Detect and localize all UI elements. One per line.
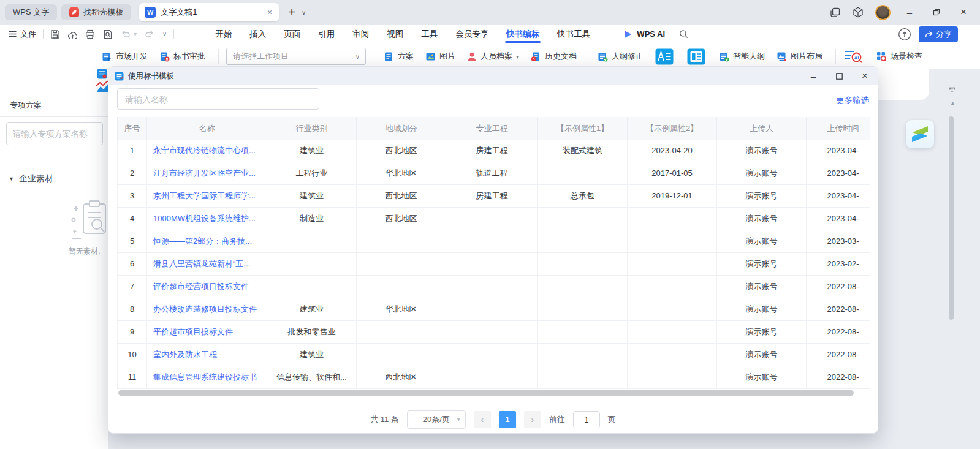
ai-check-button[interactable]: AI xyxy=(843,48,862,64)
tab-reference[interactable]: 引用 xyxy=(318,25,335,43)
minimize-button[interactable]: – xyxy=(902,7,917,18)
tab-bid-editor[interactable]: 快书编标 xyxy=(506,25,539,43)
template-name-link[interactable]: 永宁市现代冷链物流中心项... xyxy=(147,140,267,162)
smart-outline-button[interactable]: 智能大纲 xyxy=(719,51,765,62)
table-cell: 10 xyxy=(118,344,147,366)
page-size-select[interactable]: 20条/页 ▾ xyxy=(407,410,466,429)
table-row[interactable]: 5恒源——第2部分：商务技...演示账号2023-03- xyxy=(117,230,870,253)
template-name-link[interactable]: 滑县八里营镇龙苑新村“五... xyxy=(147,253,267,275)
tab-member[interactable]: 会员专享 xyxy=(455,25,488,43)
app-home-tab[interactable]: WPS 文字 xyxy=(5,4,57,20)
docer-template-tab[interactable]: 找稻壳模板 xyxy=(61,4,131,20)
template-name-link[interactable]: 评价超市经营项目投标文件 xyxy=(147,276,267,298)
dialog-titlebar[interactable]: 使用标书模板 – × xyxy=(108,67,878,85)
widgets-cube-icon[interactable] xyxy=(852,6,864,18)
template-name-link[interactable]: 办公楼改造装修项目投标文件 xyxy=(147,298,267,320)
upload-cloud-icon[interactable] xyxy=(898,28,911,41)
table-row[interactable]: 11集成信息管理系统建设投标书信息传输、软件和...西北地区演示账号2022-0… xyxy=(117,366,870,389)
share-button[interactable]: 分享 xyxy=(919,26,958,42)
bid-check-icon[interactable] xyxy=(97,69,107,81)
tab-close-icon[interactable]: × xyxy=(266,7,273,17)
template-name-link[interactable]: 江舟市经济开发区临空产业... xyxy=(147,162,267,184)
tab-tools[interactable]: 工具 xyxy=(421,25,438,43)
dialog-maximize-button[interactable] xyxy=(826,67,852,85)
undo-icon[interactable] xyxy=(121,30,131,38)
undo-caret-icon[interactable]: ▾ xyxy=(134,31,137,37)
horizontal-scrollbar-thumb[interactable] xyxy=(118,390,854,396)
image-layout-button[interactable]: 图片布局 xyxy=(777,51,822,62)
tab-start[interactable]: 开始 xyxy=(215,25,232,43)
wps-ai-label[interactable]: WPS AI xyxy=(637,29,665,39)
new-tab-button[interactable]: + xyxy=(288,6,295,18)
table-cell xyxy=(267,276,357,298)
table-row[interactable]: 6滑县八里营镇龙苑新村“五...演示账号2023-02- xyxy=(117,253,870,276)
personnel-button[interactable]: 人员档案 ▾ xyxy=(467,51,519,62)
dialog-close-button[interactable]: × xyxy=(852,67,878,85)
template-name-link[interactable]: 平价超市项目投标文件 xyxy=(147,321,267,343)
window-layers-icon[interactable] xyxy=(829,7,841,18)
file-button[interactable]: 文件 xyxy=(9,29,36,40)
tab-insert[interactable]: 插入 xyxy=(249,25,266,43)
export-icon[interactable] xyxy=(68,29,77,39)
prev-page-button[interactable]: ‹ xyxy=(474,411,491,428)
restore-button[interactable] xyxy=(929,7,944,18)
table-cell: 演示账号 xyxy=(717,321,807,343)
template-name-link[interactable]: 集成信息管理系统建设投标书 xyxy=(147,366,267,388)
dialog-minimize-button[interactable]: – xyxy=(800,67,826,85)
close-button[interactable]: × xyxy=(955,6,971,18)
layout-large-button[interactable] xyxy=(687,48,705,65)
scroll-up-icon[interactable]: ▲ xyxy=(950,100,955,106)
template-name-link[interactable]: 1000MW机组设备系统维护... xyxy=(147,208,267,230)
document-tab[interactable]: W 文字文稿1 × xyxy=(139,3,279,21)
goto-page-input[interactable] xyxy=(573,411,600,428)
tab-view[interactable]: 视图 xyxy=(387,25,403,43)
print-preview-icon[interactable] xyxy=(103,29,113,39)
template-name-search-input[interactable] xyxy=(117,88,319,110)
more-filters-link[interactable]: 更多筛选 xyxy=(836,95,869,106)
template-name-link[interactable]: 室内外及防水工程 xyxy=(147,344,267,366)
save-icon[interactable] xyxy=(50,29,60,39)
quickbar-chevron-icon[interactable]: ∨ xyxy=(162,31,167,37)
table-row[interactable]: 2江舟市经济开发区临空产业...工程行业华北地区轨道工程2017-01-05演示… xyxy=(117,162,870,185)
ruler-toggle-icon[interactable] xyxy=(948,85,956,96)
styles-large-button[interactable] xyxy=(655,48,674,65)
table-cell xyxy=(628,208,717,230)
table-row[interactable]: 7评价超市经营项目投标文件演示账号2022-08- xyxy=(117,276,870,298)
avatar[interactable] xyxy=(875,5,891,20)
redo-icon[interactable] xyxy=(145,30,154,38)
styles-large-icon xyxy=(655,48,674,65)
table-row[interactable]: 1永宁市现代冷链物流中心项...建筑业西北地区房建工程装配式建筑2023-04-… xyxy=(117,140,870,162)
project-select[interactable]: 请选择工作项目 ∨ xyxy=(226,48,366,65)
table-row[interactable]: 9平价超市项目投标文件批发和零售业演示账号2022-08- xyxy=(117,321,870,344)
bid-approval-button[interactable]: 标书审批 xyxy=(159,51,205,62)
table-row[interactable]: 41000MW机组设备系统维护...制造业西北地区演示账号2023-04- xyxy=(117,208,870,230)
search-icon[interactable] xyxy=(679,29,688,39)
table-row[interactable]: 3京州工程大学国际工程师学...建筑业西北地区房建工程总承包2019-12-01… xyxy=(117,185,870,208)
table-cell: 2022-08- xyxy=(807,276,870,298)
template-name-link[interactable]: 恒源——第2部分：商务技... xyxy=(147,230,267,252)
history-docs-button[interactable]: 历史文档 xyxy=(531,51,577,62)
outline-fix-icon xyxy=(598,51,608,62)
tab-page[interactable]: 页面 xyxy=(284,25,300,43)
outline-fix-button[interactable]: 大纲修正 xyxy=(598,51,644,62)
table-row[interactable]: 8办公楼改造装修项目投标文件建筑业华北地区演示账号2022-08- xyxy=(117,298,870,321)
bid-assistant-logo[interactable] xyxy=(906,120,934,148)
table-row[interactable]: 10室内外及防水工程建筑业演示账号2022-08- xyxy=(117,344,870,366)
tab-review[interactable]: 审阅 xyxy=(352,25,369,43)
next-page-button[interactable]: › xyxy=(524,411,541,428)
enterprise-material-section[interactable]: ▼ 企业素材 xyxy=(9,173,53,184)
tab-list-chevron-icon[interactable]: ∨ xyxy=(302,9,306,16)
plan-search-input[interactable] xyxy=(6,122,103,145)
image-button[interactable]: 图片 xyxy=(425,51,455,62)
current-page-button[interactable]: 1 xyxy=(499,411,516,428)
share-icon xyxy=(925,31,933,38)
table-cell: 2023-02- xyxy=(807,253,870,275)
vertical-scrollbar-thumb[interactable] xyxy=(949,116,954,320)
table-cell: 2017-01-05 xyxy=(628,162,717,184)
scene-check-button[interactable]: 场景检查 xyxy=(876,51,922,62)
print-icon[interactable] xyxy=(85,29,95,39)
market-dev-button[interactable]: 市场开发 xyxy=(102,51,148,62)
plan-button[interactable]: 方案 xyxy=(384,51,414,62)
tab-bid-tools[interactable]: 快书工具 xyxy=(557,25,590,43)
template-name-link[interactable]: 京州工程大学国际工程师学... xyxy=(147,185,267,207)
